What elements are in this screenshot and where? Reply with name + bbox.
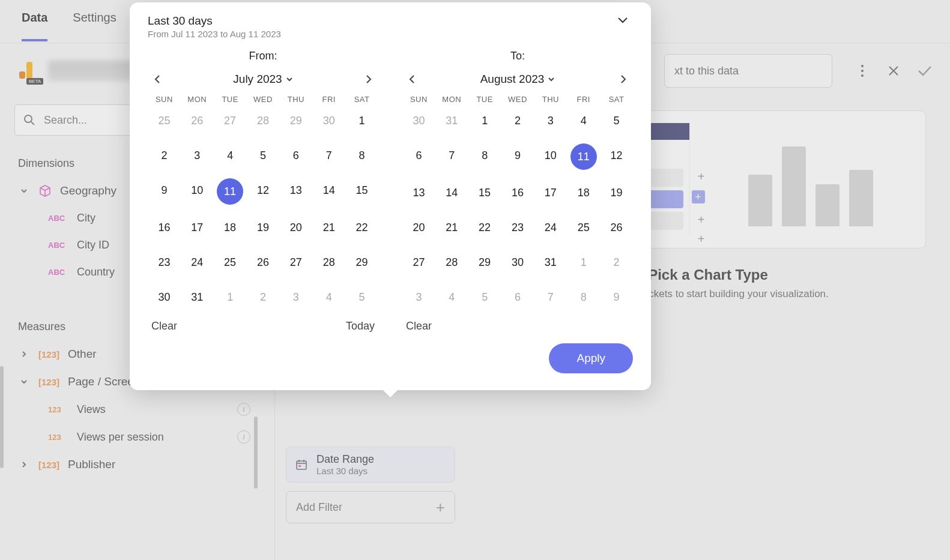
calendar-day[interactable]: 6: [402, 143, 435, 167]
calendar-day[interactable]: 8: [345, 143, 378, 167]
calendar-day[interactable]: 31: [534, 250, 567, 274]
calendar-day[interactable]: 26: [600, 215, 633, 239]
calendar-day[interactable]: 23: [501, 215, 534, 239]
to-clear-button[interactable]: Clear: [406, 320, 432, 333]
plus-icon[interactable]: +: [698, 170, 705, 184]
scrollbar-thumb[interactable]: [0, 366, 4, 468]
plus-icon[interactable]: +: [692, 190, 705, 203]
calendar-day[interactable]: 28: [247, 109, 280, 133]
calendar-day[interactable]: 19: [600, 181, 633, 205]
calendar-day[interactable]: 9: [600, 285, 633, 309]
tab-data[interactable]: Data: [22, 11, 47, 41]
calendar-day[interactable]: 1: [567, 250, 600, 274]
calendar-day[interactable]: 29: [345, 250, 378, 274]
calendar-day[interactable]: 30: [501, 250, 534, 274]
info-icon[interactable]: i: [237, 430, 250, 444]
calendar-day[interactable]: 12: [600, 143, 633, 167]
calendar-day[interactable]: 30: [312, 109, 345, 133]
calendar-day[interactable]: 25: [148, 109, 181, 133]
add-filter-button[interactable]: Add Filter +: [286, 491, 455, 523]
prev-month-icon[interactable]: [149, 71, 166, 88]
confirm-icon[interactable]: [918, 64, 932, 78]
calendar-day[interactable]: 10: [534, 143, 567, 167]
calendar-day[interactable]: 8: [468, 143, 501, 167]
calendar-day[interactable]: 18: [214, 215, 247, 239]
calendar-day[interactable]: 11: [217, 178, 243, 205]
from-today-button[interactable]: Today: [346, 320, 375, 333]
calendar-day[interactable]: 5: [468, 285, 501, 309]
calendar-day[interactable]: 10: [181, 178, 214, 202]
to-month-select[interactable]: August 2023: [480, 73, 555, 86]
calendar-day[interactable]: 25: [214, 250, 247, 274]
calendar-day[interactable]: 15: [345, 178, 378, 202]
next-month-icon[interactable]: [360, 71, 377, 88]
calendar-day[interactable]: 24: [534, 215, 567, 239]
calendar-day[interactable]: 23: [148, 250, 181, 274]
preset-dropdown-icon[interactable]: [613, 14, 633, 26]
calendar-day[interactable]: 14: [312, 178, 345, 202]
calendar-day[interactable]: 29: [468, 250, 501, 274]
date-range-chip[interactable]: Date Range Last 30 days: [286, 447, 455, 483]
measure-publisher[interactable]: [123] Publisher: [10, 451, 259, 478]
calendar-day[interactable]: 7: [312, 143, 345, 167]
calendar-day[interactable]: 6: [501, 285, 534, 309]
next-month-icon[interactable]: [615, 71, 632, 88]
calendar-day[interactable]: 29: [279, 109, 312, 133]
calendar-day[interactable]: 3: [534, 109, 567, 133]
calendar-day[interactable]: 9: [148, 178, 181, 202]
calendar-day[interactable]: 22: [345, 215, 378, 239]
calendar-day[interactable]: 4: [567, 109, 600, 133]
calendar-day[interactable]: 1: [468, 109, 501, 133]
calendar-day[interactable]: 28: [435, 250, 468, 274]
calendar-day[interactable]: 6: [279, 143, 312, 167]
calendar-day[interactable]: 12: [247, 178, 280, 202]
calendar-day[interactable]: 20: [279, 215, 312, 239]
calendar-day[interactable]: 31: [181, 285, 214, 309]
info-icon[interactable]: i: [237, 403, 250, 416]
calendar-day[interactable]: 13: [279, 178, 312, 202]
calendar-day[interactable]: 15: [468, 181, 501, 205]
calendar-day[interactable]: 16: [501, 181, 534, 205]
context-input[interactable]: xt to this data: [664, 54, 832, 88]
calendar-day[interactable]: 5: [345, 285, 378, 309]
scrollbar-thumb[interactable]: [254, 417, 258, 489]
calendar-day[interactable]: 27: [214, 109, 247, 133]
calendar-day[interactable]: 14: [435, 181, 468, 205]
calendar-day[interactable]: 3: [279, 285, 312, 309]
calendar-day[interactable]: 28: [312, 250, 345, 274]
close-icon[interactable]: [886, 64, 901, 78]
apply-button[interactable]: Apply: [549, 343, 633, 373]
calendar-day[interactable]: 3: [181, 143, 214, 167]
plus-icon[interactable]: +: [698, 232, 705, 246]
calendar-day[interactable]: 30: [148, 285, 181, 309]
calendar-day[interactable]: 19: [247, 215, 280, 239]
calendar-day[interactable]: 9: [501, 143, 534, 167]
calendar-day[interactable]: 21: [312, 215, 345, 239]
calendar-day[interactable]: 24: [181, 250, 214, 274]
calendar-day[interactable]: 30: [402, 109, 435, 133]
calendar-day[interactable]: 26: [181, 109, 214, 133]
calendar-day[interactable]: 26: [247, 250, 280, 274]
calendar-day[interactable]: 2: [247, 285, 280, 309]
calendar-day[interactable]: 17: [534, 181, 567, 205]
calendar-day[interactable]: 1: [345, 109, 378, 133]
more-menu-icon[interactable]: [855, 64, 870, 78]
measure-views-per-session[interactable]: 123 Views per session i: [10, 423, 259, 451]
calendar-day[interactable]: 31: [435, 109, 468, 133]
calendar-day[interactable]: 1: [214, 285, 247, 309]
calendar-day[interactable]: 5: [600, 109, 633, 133]
calendar-day[interactable]: 22: [468, 215, 501, 239]
calendar-day[interactable]: 2: [148, 143, 181, 167]
calendar-day[interactable]: 5: [247, 143, 280, 167]
calendar-day[interactable]: 4: [312, 285, 345, 309]
prev-month-icon[interactable]: [404, 71, 420, 88]
calendar-day[interactable]: 2: [600, 250, 633, 274]
calendar-day[interactable]: 2: [501, 109, 534, 133]
plus-icon[interactable]: +: [698, 213, 705, 227]
calendar-day[interactable]: 8: [567, 285, 600, 309]
tab-settings[interactable]: Settings: [73, 11, 116, 39]
calendar-day[interactable]: 3: [402, 285, 435, 309]
calendar-day[interactable]: 4: [214, 143, 247, 167]
calendar-day[interactable]: 21: [435, 215, 468, 239]
calendar-day[interactable]: 18: [567, 181, 600, 205]
